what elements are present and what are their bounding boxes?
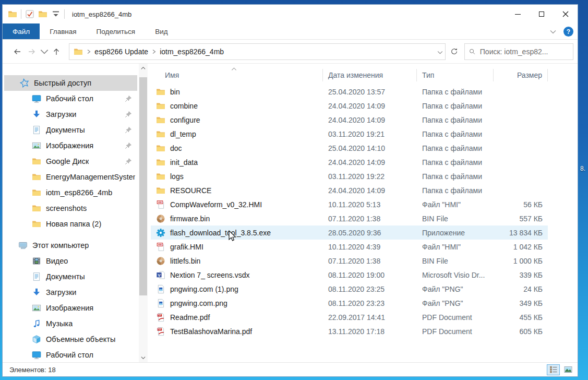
file-name-cell: combine (151, 101, 323, 111)
sidebar-item-новая-папка-2[interactable]: Новая папка (2) (3, 216, 137, 232)
close-button[interactable] (554, 5, 578, 23)
file-row-doc[interactable]: doc25.04.2020 14:10Папка с файлами (151, 141, 548, 155)
column-header-name[interactable]: Имя (151, 69, 323, 81)
search-input[interactable] (480, 48, 569, 56)
sidebar-item-музыка[interactable]: Музыка (3, 316, 137, 331)
folder-icon (156, 158, 165, 167)
file-row-pngwing-com-png[interactable]: pngwing.com.png08.11.2020 23:23Файл "PNG… (151, 296, 548, 310)
ribbon-tab-поделиться[interactable]: Поделиться (87, 23, 146, 39)
thumbnail-view-button[interactable] (561, 364, 574, 375)
scroll-down-icon[interactable] (139, 353, 148, 362)
window-title: iotm_esp8266_4mb (72, 10, 131, 18)
search-box[interactable] (464, 43, 573, 60)
thumbnail-view-icon (564, 365, 572, 374)
file-row-configure[interactable]: configure24.04.2020 14:09Папка с файлами (151, 113, 548, 127)
address-dropdown-chevron-icon[interactable] (437, 48, 443, 56)
column-header-date[interactable]: Дата изменения (323, 69, 417, 81)
scrollbar-thumb[interactable] (139, 77, 147, 295)
sidebar-item-рабочий-стол[interactable]: Рабочий стол (3, 91, 137, 106)
file-row-grafik-hmi[interactable]: HMIgrafik.HMI10.11.2020 4:39Файл "HMI"1 … (151, 240, 548, 254)
picture-icon (32, 303, 41, 313)
file-row-littlefs-bin[interactable]: littlefs.bin07.11.2020 1:38BIN File1 000… (151, 254, 548, 268)
file-name-cell: VNextion 7_ screens.vsdx (151, 270, 323, 280)
maximize-button[interactable] (530, 5, 554, 23)
folder-icon[interactable] (8, 9, 17, 19)
file-row-nextion-7-screens-vsdx[interactable]: VNextion 7_ screens.vsdx08.11.2020 19:00… (151, 268, 548, 282)
file-type: Папка с файлами (417, 172, 494, 181)
file-row-compwaveform-v0-32-hmi[interactable]: HMICompWaveform_v0_32.HMI10.11.2020 5:13… (151, 197, 548, 211)
folder-icon (32, 204, 41, 213)
sidebar-item-загрузки[interactable]: Загрузки (3, 284, 137, 300)
ribbon-tab-файл[interactable]: Файл (3, 23, 40, 39)
file-name: littlefs.bin (170, 257, 200, 265)
forward-button[interactable] (25, 44, 39, 60)
sidebar-item-screenshots[interactable]: screenshots (3, 200, 137, 216)
sidebar-item-видео[interactable]: Видео (3, 253, 137, 269)
file-type: Папка с файлами (417, 144, 494, 152)
sidebar-item-рабочий-стол[interactable]: Рабочий стол (3, 347, 137, 362)
up-button[interactable] (49, 44, 64, 60)
minimize-button[interactable] (506, 5, 530, 23)
ribbon-collapse-chevron-icon[interactable] (550, 30, 556, 34)
sidebar-item-изображения[interactable]: Изображения (3, 300, 137, 316)
star-icon (20, 78, 29, 88)
folder-icon[interactable] (38, 9, 47, 19)
refresh-button[interactable] (446, 43, 462, 60)
file-row-bin[interactable]: bin25.04.2020 13:57Папка с файлами (151, 85, 548, 99)
sidebar-item-label: Изображения (46, 141, 93, 150)
file-name: Readme.pdf (170, 313, 210, 322)
sidebar-item-energymanagementsystemn[interactable]: EnergyManagementSystemN (3, 169, 137, 185)
file-row-combine[interactable]: combine24.04.2020 14:09Папка с файлами (151, 99, 548, 113)
file-name: flash_download_tool_3.8.5.exe (170, 229, 271, 237)
file-name: dl_temp (170, 130, 196, 138)
file-row-pngwing-com-1-png[interactable]: pngwing.com (1).png08.11.2020 23:25Файл … (151, 282, 548, 296)
ribbon-tab-главная[interactable]: Главная (40, 23, 86, 39)
address-bar[interactable]: esp8266 Updateiotm_esp8266_4mb (69, 43, 446, 60)
breadcrumb-item-iotm-esp8266-4mb[interactable]: iotm_esp8266_4mb (160, 48, 224, 56)
sidebar-item-документы[interactable]: Документы (3, 122, 137, 138)
details-view-button[interactable] (547, 364, 560, 375)
maximize-icon (539, 11, 544, 17)
file-row-resource[interactable]: RESOURCE24.04.2020 14:09Папка с файлами (151, 183, 548, 197)
sidebar-item-label: Изображения (46, 304, 93, 312)
breadcrumb: esp8266 Updateiotm_esp8266_4mb (83, 48, 224, 56)
file-row-readme-pdf[interactable]: PDFReadme.pdf22.09.2017 14:41PDF Documen… (151, 310, 548, 324)
pin-icon (125, 111, 132, 118)
title-bar[interactable]: iotm_esp8266_4mb (3, 5, 578, 23)
sidebar-item-iotm-esp8266-4mb[interactable]: iotm_esp8266_4mb (3, 185, 137, 200)
help-button[interactable]: ? (563, 27, 573, 37)
column-header-type[interactable]: Тип (417, 69, 494, 81)
scroll-up-icon[interactable] (139, 64, 148, 73)
file-row-init-data[interactable]: init_data24.04.2020 14:09Папка с файлами (151, 155, 548, 169)
file-row-firmware-bin[interactable]: firmware.bin07.11.2020 1:38BIN File557 К… (151, 211, 548, 225)
sidebar-item-объемные-объекты[interactable]: Объемные объекты (3, 331, 137, 347)
download-icon (32, 288, 41, 297)
music-icon (32, 319, 41, 328)
column-header-size[interactable]: Размер (494, 69, 548, 81)
back-button[interactable] (10, 44, 25, 60)
document-icon (32, 272, 41, 281)
sidebar-item-загрузки[interactable]: Загрузки (3, 106, 137, 122)
check-box-icon[interactable] (25, 9, 34, 19)
sidebar-item-документы[interactable]: Документы (3, 269, 137, 284)
file-type: BIN File (417, 215, 494, 223)
file-date: 13.11.2020 17:18 (323, 327, 417, 336)
file-row-testbalashovamarina-pdf[interactable]: PDFTestBalashovaMarina.pdf13.11.2020 17:… (151, 324, 548, 338)
file-row-logs[interactable]: logs03.11.2020 19:22Папка с файлами (151, 169, 548, 183)
sidebar-item-изображения[interactable]: Изображения (3, 138, 137, 153)
recent-locations-button[interactable] (39, 44, 49, 60)
chevron-right-icon[interactable] (83, 48, 94, 56)
sidebar-item-этот-компьютер[interactable]: Этот компьютер (3, 238, 137, 253)
file-row-dl-temp[interactable]: dl_temp03.11.2020 19:21Папка с файлами (151, 127, 548, 141)
breadcrumb-item-esp8266-update[interactable]: esp8266 Update (94, 48, 148, 56)
column-headers: Имя Дата изменения Тип Размер (151, 64, 578, 85)
qat-customize-chevron-icon[interactable] (51, 9, 61, 19)
sidebar-scrollbar[interactable] (139, 64, 148, 362)
sidebar-item-быстрый-доступ[interactable]: Быстрый доступ (4, 75, 137, 91)
sidebar-item-google-диск[interactable]: Google Диск (3, 153, 137, 169)
ribbon-tab-вид[interactable]: Вид (145, 23, 177, 39)
file-type: Папка с файлами (417, 88, 494, 96)
up-arrow-icon (52, 48, 61, 56)
file-row-flash-download-tool-3-8-5-exe[interactable]: flash_download_tool_3.8.5.exe28.05.2020 … (151, 225, 548, 240)
chevron-right-icon[interactable] (148, 48, 160, 56)
